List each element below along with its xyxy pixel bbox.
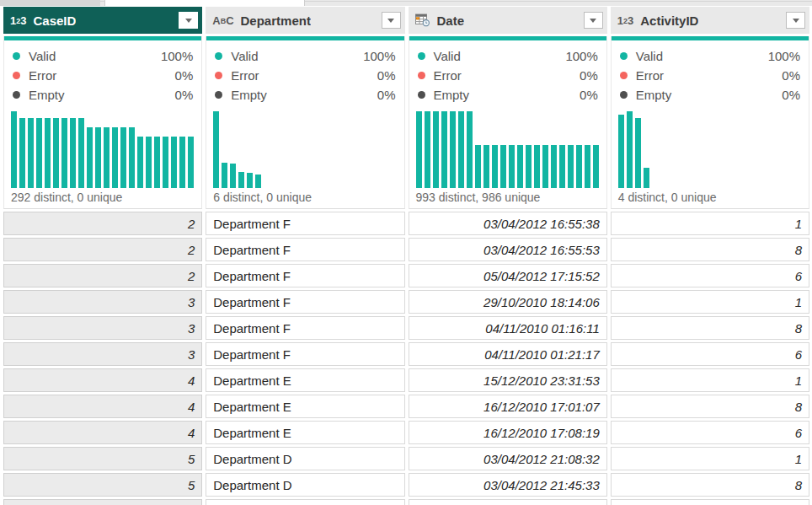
histogram-bar[interactable] xyxy=(36,118,42,188)
histogram-bar[interactable] xyxy=(425,111,430,188)
table-cell-date[interactable]: 03/04/2012 16:55:53 xyxy=(409,238,607,261)
histogram-bar[interactable] xyxy=(585,145,590,188)
table-cell-activityid[interactable]: 6 xyxy=(611,421,809,444)
filter-dropdown-button[interactable] xyxy=(179,12,198,29)
histogram-bar[interactable] xyxy=(230,164,236,188)
table-cell-department[interactable]: Department F xyxy=(206,290,404,314)
histogram-bar[interactable] xyxy=(433,111,439,188)
table-cell-activityid[interactable]: 6 xyxy=(611,342,809,366)
table-cell-date[interactable]: 16/12/2010 17:01:07 xyxy=(409,395,607,418)
histogram-bar[interactable] xyxy=(450,111,456,188)
histogram-bar[interactable] xyxy=(441,111,447,188)
table-cell-department[interactable]: Department F xyxy=(206,212,404,235)
histogram-bar[interactable] xyxy=(146,137,152,188)
histogram-bar[interactable] xyxy=(171,137,177,188)
histogram-bar[interactable] xyxy=(492,145,498,188)
histogram-bar[interactable] xyxy=(87,127,93,188)
histogram-bar[interactable] xyxy=(112,127,118,188)
histogram-bar[interactable] xyxy=(568,145,574,188)
column-header-date[interactable]: Date xyxy=(409,7,607,34)
histogram-bar[interactable] xyxy=(213,111,219,188)
table-cell-caseid[interactable]: 4 xyxy=(3,395,202,418)
value-distribution-histogram[interactable] xyxy=(618,111,802,188)
histogram-bar[interactable] xyxy=(179,137,185,188)
table-cell-activityid[interactable]: 1 xyxy=(611,368,809,392)
table-cell-date[interactable]: 04/11/2010 01:16:11 xyxy=(409,316,607,340)
histogram-bar[interactable] xyxy=(238,172,244,188)
table-cell-date[interactable]: 03/04/2012 21:08:32 xyxy=(409,447,607,470)
table-cell-date[interactable]: 16/12/2010 17:08:19 xyxy=(409,421,607,444)
table-cell-date[interactable]: 15/12/2010 23:31:53 xyxy=(409,368,607,392)
value-distribution-histogram[interactable] xyxy=(213,111,397,188)
histogram-bar[interactable] xyxy=(576,145,582,188)
table-cell-department[interactable]: Department F xyxy=(206,264,404,287)
histogram-bar[interactable] xyxy=(509,145,515,188)
histogram-bar[interactable] xyxy=(500,145,506,188)
histogram-bar[interactable] xyxy=(188,137,194,188)
table-cell-department[interactable]: Department F xyxy=(206,316,404,340)
table-cell-department[interactable]: Department E xyxy=(206,395,404,418)
histogram-bar[interactable] xyxy=(129,127,135,188)
table-cell-caseid[interactable]: 2 xyxy=(3,238,202,261)
table-cell-department[interactable]: Department E xyxy=(206,368,404,392)
table-cell-caseid[interactable]: 5 xyxy=(3,473,202,497)
table-cell-caseid[interactable]: 3 xyxy=(3,316,202,340)
table-cell-department[interactable]: Department F xyxy=(206,342,404,366)
table-cell-date[interactable]: 05/04/2012 17:15:52 xyxy=(409,264,607,287)
column-header-department[interactable]: ABC Department xyxy=(206,7,404,34)
table-cell-activityid[interactable]: 1 xyxy=(611,290,809,314)
table-cell-department[interactable]: Department F xyxy=(206,238,404,261)
histogram-bar[interactable] xyxy=(627,111,633,188)
filter-dropdown-button[interactable] xyxy=(382,12,401,29)
histogram-bar[interactable] xyxy=(618,115,624,188)
histogram-bar[interactable] xyxy=(517,145,523,188)
histogram-bar[interactable] xyxy=(28,118,34,188)
table-cell-activityid[interactable]: 1 xyxy=(611,212,809,235)
column-header-activityid[interactable]: 123 ActivityID xyxy=(611,7,809,34)
table-cell-activityid[interactable]: 6 xyxy=(611,264,809,287)
table-cell-caseid[interactable]: 2 xyxy=(3,212,202,235)
histogram-bar[interactable] xyxy=(526,145,532,188)
value-distribution-histogram[interactable] xyxy=(416,111,600,188)
histogram-bar[interactable] xyxy=(593,145,599,188)
histogram-bar[interactable] xyxy=(255,175,261,188)
histogram-bar[interactable] xyxy=(137,137,143,188)
histogram-bar[interactable] xyxy=(475,145,481,188)
table-cell-activityid[interactable]: 8 xyxy=(611,395,809,418)
column-header-caseid[interactable]: 123 CaseID xyxy=(3,7,202,34)
histogram-bar[interactable] xyxy=(95,127,101,188)
table-cell-date[interactable]: 04/11/2010 01:21:17 xyxy=(409,342,607,366)
table-cell-department[interactable]: Department D xyxy=(206,447,404,470)
histogram-bar[interactable] xyxy=(534,145,540,188)
histogram-bar[interactable] xyxy=(45,118,51,188)
table-cell-department[interactable]: Department E xyxy=(206,421,404,444)
histogram-bar[interactable] xyxy=(163,137,168,188)
histogram-bar[interactable] xyxy=(53,118,59,188)
table-cell-caseid[interactable]: 5 xyxy=(3,447,202,470)
table-cell-caseid[interactable]: 2 xyxy=(3,264,202,287)
value-distribution-histogram[interactable] xyxy=(11,111,195,188)
histogram-bar[interactable] xyxy=(559,145,565,188)
histogram-bar[interactable] xyxy=(467,111,473,188)
histogram-bar[interactable] xyxy=(104,127,110,188)
table-cell-activityid[interactable]: 1 xyxy=(611,447,809,470)
histogram-bar[interactable] xyxy=(247,173,253,188)
table-cell-activityid[interactable]: 8 xyxy=(611,238,809,261)
table-cell-activityid[interactable]: 8 xyxy=(611,316,809,340)
table-cell-date[interactable]: 29/10/2010 18:14:06 xyxy=(409,290,607,314)
table-cell-department[interactable]: Department D xyxy=(206,473,404,497)
histogram-bar[interactable] xyxy=(70,118,76,188)
histogram-bar[interactable] xyxy=(458,111,464,188)
histogram-bar[interactable] xyxy=(483,145,489,188)
histogram-bar[interactable] xyxy=(154,137,160,188)
table-cell-date[interactable]: 03/04/2012 16:55:38 xyxy=(409,212,607,235)
table-cell-activityid[interactable]: 8 xyxy=(611,473,809,497)
histogram-bar[interactable] xyxy=(542,145,548,188)
histogram-bar[interactable] xyxy=(120,127,126,188)
histogram-bar[interactable] xyxy=(644,168,649,188)
table-cell-caseid[interactable]: 3 xyxy=(3,342,202,366)
filter-dropdown-button[interactable] xyxy=(584,12,603,29)
histogram-bar[interactable] xyxy=(222,163,227,188)
table-cell-caseid[interactable]: 4 xyxy=(3,421,202,444)
filter-dropdown-button[interactable] xyxy=(786,12,805,29)
